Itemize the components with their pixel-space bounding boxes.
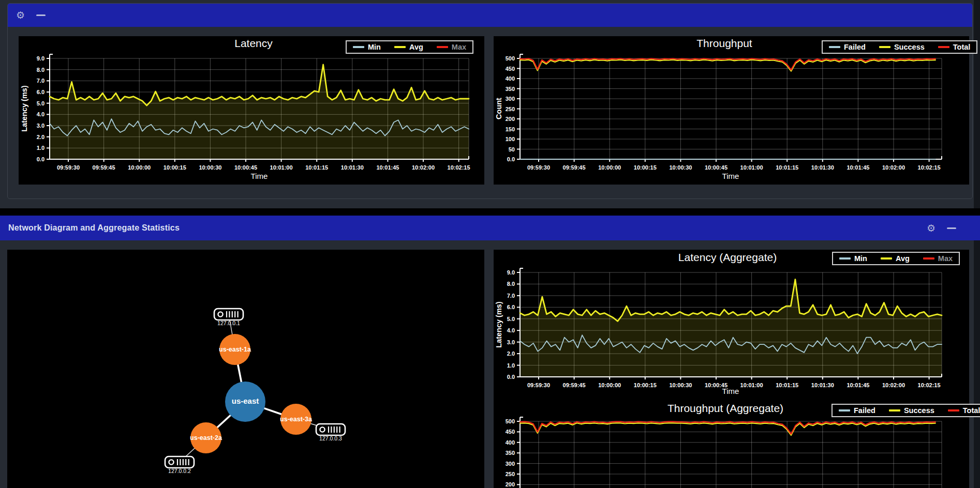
y-tick-label: 1.0 [507, 362, 515, 369]
avg-area-fill [520, 280, 942, 377]
x-tick-label: 10:01:30 [341, 164, 364, 171]
failed-line-swatch [829, 46, 840, 48]
y-tick-label: 400 [506, 75, 515, 82]
node-label: us-east [232, 396, 259, 405]
y-tick-label: 5.0 [507, 316, 515, 322]
legend-item-success[interactable]: Success [889, 406, 934, 415]
legend-item-avg[interactable]: Avg [881, 254, 910, 263]
y-tick-label: 500 [506, 55, 515, 62]
y-tick-label: 300 [506, 461, 515, 467]
y-tick-label: 3.0 [507, 339, 515, 345]
y-tick-label: 350 [506, 86, 515, 92]
y-tick-label: 6.0 [507, 304, 515, 310]
latency-title: Latency [234, 37, 273, 50]
legend-item-max[interactable]: Max [437, 43, 466, 51]
throughput-ylabel: Count [495, 98, 503, 119]
avg-line-swatch [394, 46, 406, 48]
x-tick-label: 10:00:15 [634, 164, 657, 171]
legend-item-total[interactable]: Total [948, 406, 980, 415]
latency-xlabel: Time [251, 172, 268, 180]
y-tick-label: 2.0 [507, 350, 515, 357]
legend-item-total[interactable]: Total [938, 43, 971, 51]
throughput-aggregate-legend: Failed Success Total [831, 404, 980, 417]
x-tick-label: 10:00:00 [128, 164, 151, 171]
node-label: us-east-2a [190, 434, 222, 441]
x-tick-label: 10:00:45 [705, 164, 727, 171]
server-icon-127.0.0.1[interactable]: 127.0.0.1 [214, 309, 243, 326]
dashboard-root: { "page": {"bg":"#262b33","panel_bg":"#0… [0, 0, 980, 488]
x-tick-label: 10:01:30 [811, 382, 834, 388]
y-tick-label: 7.0 [507, 293, 515, 299]
throughput-legend: Failed Success Total [822, 40, 977, 54]
latency-aggregate-legend: Min Avg Max [832, 252, 960, 265]
network-section-header: Network Diagram and Aggregate Statistics… [0, 216, 980, 240]
x-tick-label: 10:00:30 [669, 382, 692, 388]
legend-item-min[interactable]: Min [839, 254, 867, 263]
legend-item-max[interactable]: Max [923, 254, 953, 263]
y-tick-label: 350 [506, 450, 515, 456]
y-tick-label: 150 [506, 126, 515, 132]
x-tick-label: 09:59:45 [93, 164, 115, 171]
top-panel-header: ⚙ [8, 4, 973, 27]
x-tick-label: 10:01:15 [305, 164, 328, 171]
min-line-swatch [353, 46, 364, 48]
throughput-series-success [520, 60, 936, 71]
y-tick-label: 250 [506, 471, 515, 477]
y-tick-label: 200 [506, 116, 515, 122]
latency_agg-plot-canvas: 0.01.02.03.04.05.06.07.08.09.009:59:3009… [494, 250, 969, 401]
server-icon-127.0.0.2[interactable]: 127.0.0.2 [165, 456, 194, 474]
legend-item-min[interactable]: Min [353, 43, 381, 51]
avg-area-fill [50, 65, 469, 159]
throughput-aggregate-title: Throughput (Aggregate) [667, 402, 783, 415]
min-line-swatch [839, 257, 851, 260]
y-tick-label: 300 [506, 96, 515, 102]
legend-item-success[interactable]: Success [879, 43, 925, 51]
x-tick-label: 10:02:15 [918, 164, 941, 171]
x-tick-label: 10:01:45 [847, 164, 869, 171]
x-tick-label: 10:01:15 [776, 382, 798, 388]
x-tick-label: 10:01:45 [847, 382, 869, 388]
failed-line-swatch [839, 409, 850, 411]
server-label: 127.0.0.1 [217, 320, 240, 326]
node-label: us-east-3a [280, 416, 313, 423]
minimize-icon[interactable] [947, 227, 956, 229]
y-tick-label: 8.0 [507, 281, 515, 287]
section-separator [0, 208, 980, 216]
server-icon-127.0.0.3[interactable]: 127.0.0.3 [316, 424, 345, 441]
latency-plot-canvas: 0.01.02.03.04.05.06.07.08.09.009:59:3009… [19, 36, 484, 185]
y-tick-label: 200 [506, 481, 515, 487]
x-tick-label: 10:02:00 [412, 164, 435, 171]
x-tick-label: 10:01:15 [776, 164, 798, 171]
legend-item-failed[interactable]: Failed [829, 43, 866, 51]
latency-aggregate-title: Latency (Aggregate) [678, 251, 777, 264]
latency-ylabel: Latency (ms) [20, 85, 28, 131]
x-tick-label: 10:00:15 [634, 382, 657, 388]
x-tick-label: 09:59:45 [563, 382, 586, 388]
y-tick-label: 500 [506, 418, 515, 424]
y-tick-label: 5.0 [37, 100, 44, 106]
y-tick-label: 0.0 [507, 156, 515, 162]
total-line-swatch [948, 409, 959, 411]
legend-item-avg[interactable]: Avg [394, 43, 423, 51]
latency-aggregate-ylabel: Latency (ms) [495, 301, 503, 347]
y-tick-label: 6.0 [37, 89, 44, 95]
x-tick-label: 09:59:30 [527, 382, 550, 388]
minimize-icon[interactable] [36, 14, 46, 16]
x-tick-label: 10:00:30 [669, 164, 692, 171]
gear-icon[interactable]: ⚙ [16, 10, 25, 20]
x-tick-label: 10:00:30 [199, 164, 221, 171]
gear-icon[interactable]: ⚙ [927, 223, 936, 233]
y-tick-label: 450 [506, 66, 515, 72]
node-label: us-east-1a [219, 346, 251, 353]
throughput_agg-series-success [520, 423, 936, 435]
avg-line-swatch [881, 257, 892, 260]
y-tick-label: 9.0 [507, 269, 515, 276]
throughput-title: Throughput [696, 37, 752, 50]
legend-item-failed[interactable]: Failed [839, 406, 875, 415]
y-tick-label: 7.0 [37, 78, 44, 84]
latency-legend: Min Avg Max [346, 40, 473, 54]
x-tick-label: 10:02:15 [918, 382, 941, 388]
x-tick-label: 09:59:45 [563, 164, 586, 171]
x-tick-label: 10:02:15 [448, 164, 470, 171]
y-tick-label: 0.0 [507, 374, 515, 380]
